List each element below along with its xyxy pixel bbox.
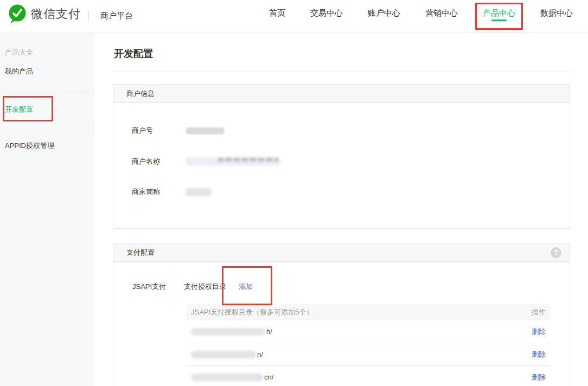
sidebar: 产品大全 我的产品 开发配置 APPID授权管理 <box>0 33 95 386</box>
table-row: h/ 删除 <box>187 320 550 343</box>
merchant-info-panel-title: 商户信息 <box>126 89 155 99</box>
sidebar-item-my-products[interactable]: 我的产品 <box>5 67 33 76</box>
sidebar-item-dev-config[interactable]: 开发配置 <box>5 105 33 114</box>
auth-dir-column-header: JSAPI支付授权目录（最多可添加5个） <box>191 307 313 317</box>
auth-dir-url-suffix: n/ <box>257 350 263 358</box>
field-merchant-name: 商户名称 <box>132 157 281 166</box>
main-content: 开发配置 商户信息 商户号 商户名称 商家简称 支付配置 ? JSAPI支付 支… <box>95 33 588 386</box>
field-merchant-id: 商户号 <box>132 126 225 136</box>
field-label-merchant-id: 商户号 <box>132 126 186 136</box>
table-row: cn/ 删除 <box>187 366 550 386</box>
top-header: 微信支付 商户平台 首页 交易中心 账户中心 营销中心 产品中心 数据中心 <box>0 0 588 33</box>
brand-divider <box>88 10 89 22</box>
redacted-auth-dir-url <box>191 374 263 381</box>
wechat-pay-logo-icon <box>8 4 27 24</box>
auth-dir-table-header: JSAPI支付授权目录（最多可添加5个） 操作 <box>187 304 550 320</box>
nav-item-product-center[interactable]: 产品中心 <box>483 0 515 29</box>
brand-name: 微信支付 <box>31 6 81 22</box>
payment-config-panel: 支付配置 ? JSAPI支付 支付授权目录 添加 JSAPI支付授权目录（最多可… <box>113 243 570 386</box>
add-auth-dir-link[interactable]: 添加 <box>239 282 253 292</box>
nav-item-account-center[interactable]: 账户中心 <box>368 0 400 29</box>
payment-config-panel-title: 支付配置 <box>126 248 155 258</box>
portal-name: 商户平台 <box>100 11 133 21</box>
sidebar-divider <box>0 130 89 130</box>
redacted-merchant-name-value <box>186 157 281 166</box>
auth-dir-url-suffix: h/ <box>266 327 272 336</box>
redacted-merchant-id-value <box>186 127 225 134</box>
field-label-merchant-name: 商户名称 <box>132 157 186 166</box>
nav-item-marketing-center[interactable]: 营销中心 <box>425 0 458 29</box>
page-title: 开发配置 <box>114 47 153 60</box>
active-nav-underline <box>491 20 507 21</box>
help-icon[interactable]: ? <box>551 247 561 258</box>
redacted-auth-dir-url <box>191 328 265 336</box>
auth-dir-table: JSAPI支付授权目录（最多可添加5个） 操作 h/ 删除 n/ 删除 cn/ … <box>187 304 550 386</box>
nav-item-product-center-label: 产品中心 <box>483 8 515 17</box>
nav-item-transaction-center[interactable]: 交易中心 <box>310 0 343 29</box>
delete-auth-dir-link[interactable]: 删除 <box>532 372 546 382</box>
redacted-auth-dir-url <box>191 351 256 358</box>
delete-auth-dir-link[interactable]: 删除 <box>532 327 546 337</box>
merchant-info-panel-header: 商户信息 <box>113 85 570 103</box>
table-row: n/ 删除 <box>187 343 550 366</box>
jsapi-pay-label: JSAPI支付 <box>132 282 184 292</box>
field-merchant-shortname: 商家简称 <box>132 187 212 197</box>
field-label-merchant-shortname: 商家简称 <box>132 187 186 197</box>
nav-item-home[interactable]: 首页 <box>269 0 285 29</box>
top-nav: 首页 交易中心 账户中心 营销中心 产品中心 数据中心 <box>269 0 573 33</box>
brand[interactable]: 微信支付 <box>8 4 81 24</box>
action-column-header: 操作 <box>532 307 546 317</box>
sidebar-divider <box>0 92 89 92</box>
redacted-merchant-shortname-value <box>186 188 212 196</box>
payment-config-panel-header: 支付配置 ? <box>113 243 570 262</box>
merchant-info-panel: 商户信息 商户号 商户名称 商家简称 <box>113 84 570 229</box>
auth-dir-url-suffix: cn/ <box>264 373 273 381</box>
nav-item-data-center[interactable]: 数据中心 <box>540 0 573 29</box>
auth-dir-label: 支付授权目录 <box>184 282 226 292</box>
sidebar-item-appid-auth[interactable]: APPID授权管理 <box>5 141 54 151</box>
title-divider <box>113 72 570 72</box>
delete-auth-dir-link[interactable]: 删除 <box>532 350 546 359</box>
sidebar-item-product-catalog: 产品大全 <box>5 48 33 57</box>
jsapi-pay-row: JSAPI支付 支付授权目录 添加 <box>132 282 253 292</box>
